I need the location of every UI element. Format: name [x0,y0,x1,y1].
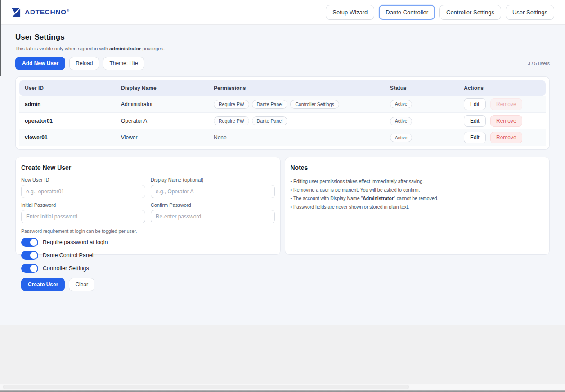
table-row-viewer01: viewer01 Viewer None Active Edit Remove [19,129,546,146]
toggle-knob [30,239,37,246]
remove-user-button[interactable]: Remove [490,115,522,127]
toggle-switch-on[interactable] [21,251,38,260]
clear-form-button[interactable]: Clear [69,278,94,291]
brand-logo: ADTECHNO® [11,7,69,18]
status-cell: Active [385,134,458,142]
confirm-password-field-group: Confirm Password [151,202,275,223]
adtechno-logo-icon [11,7,21,18]
initial-password-field-group: Initial Password [21,202,145,223]
permission-badge: Require PW [214,116,249,125]
edit-user-button[interactable]: Edit [464,115,486,127]
toggle-knob [30,252,37,259]
page-title: User Settings [15,33,550,42]
add-new-user-button[interactable]: Add New User [15,57,65,70]
permissions-cell: Require PW Dante Panel [208,116,385,125]
users-table-header: User ID Display Name Permissions Status … [19,80,546,96]
remove-user-button[interactable]: Remove [490,132,522,143]
user-count-label: 3 / 5 users [528,61,550,66]
display-name-field-group: Display Name (optional) [151,177,275,198]
toggle-label: Dante Control Panel [43,252,94,258]
status-badge: Active [390,117,412,125]
note-item: • Password fields are never shown or sto… [291,203,544,211]
status-cell: Active [385,100,458,108]
top-header: ADTECHNO® Setup Wizard Dante Controller … [0,0,565,25]
note-item: • Editing user permissions takes effect … [291,177,544,186]
table-row-operator01: operator01 Operator A Require PW Dante P… [19,112,546,129]
toggle-switch-on[interactable] [21,238,38,247]
display-name-label: Display Name (optional) [151,177,275,183]
permission-badge: Require PW [214,100,249,109]
scrollbar-thumb[interactable] [3,385,409,389]
actions-cell: Edit Remove [458,98,546,110]
registered-mark: ® [67,9,70,12]
brand-name: ADTECHNO® [25,8,69,16]
permission-badge: Dante Panel [252,116,288,125]
display-name-cell: Operator A [116,118,208,124]
user-id-cell: viewer01 [19,134,116,141]
note-text: • Removing a user is permanent. You will… [291,187,420,192]
remove-user-button: Remove [490,98,522,110]
note-item: • Removing a user is permanent. You will… [291,186,544,194]
col-header-status: Status [385,85,458,91]
create-user-actions: Create User Clear [21,278,275,291]
permissions-cell: Require PW Dante Panel Controller Settin… [208,100,385,109]
confirm-password-label: Confirm Password [151,202,275,208]
confirm-password-input[interactable] [151,210,275,223]
col-header-user-id: User ID [19,85,116,91]
note-bold: Administrator [363,196,394,201]
subtitle-text: This tab is visible only when signed in … [15,46,109,51]
user-id-cell: admin [19,101,116,107]
toggle-label: Require password at login [43,239,108,245]
new-user-id-field-group: New User ID [21,177,145,198]
actions-cell: Edit Remove [458,115,546,127]
edit-user-button[interactable]: Edit [464,98,486,110]
table-row-admin: admin Administrator Require PW Dante Pan… [19,96,546,112]
status-badge: Active [390,134,412,142]
new-user-id-input[interactable] [21,185,145,198]
col-header-permissions: Permissions [208,85,385,91]
users-table: User ID Display Name Permissions Status … [15,76,550,150]
initial-password-input[interactable] [21,210,145,223]
subtitle-bold: administrator [109,46,141,51]
note-text: • Password fields are never shown or sto… [291,204,409,209]
lower-panels: Create New User New User ID Display Name… [15,157,550,255]
page-subtitle: This tab is visible only when signed in … [15,46,550,51]
user-id-cell: operator01 [19,118,116,124]
toggle-label: Controller Settings [43,265,89,272]
actions-cell: Edit Remove [458,132,546,143]
toolbar: Add New User Reload Theme: Lite 3 / 5 us… [15,57,550,70]
notes-list: • Editing user permissions takes effect … [291,177,544,211]
col-header-actions: Actions [458,85,546,91]
main-content: User Settings This tab is visible only w… [0,25,565,325]
nav-tab-dante-controller[interactable]: Dante Controller [379,5,435,20]
note-text: " cannot be removed. [394,196,438,201]
toggle-require-password[interactable]: Require password at login [21,238,275,247]
toggle-controller-settings[interactable]: Controller Settings [21,264,275,273]
subtitle-text-2: privileges. [141,46,165,51]
note-text: • The account with Display Name " [291,196,363,201]
reload-button[interactable]: Reload [69,57,99,70]
nav-tab-setup-wizard[interactable]: Setup Wizard [326,5,374,20]
toggle-switch-on[interactable] [21,264,38,273]
notes-panel: Notes • Editing user permissions takes e… [285,157,550,255]
new-user-id-label: New User ID [21,177,145,183]
notes-title: Notes [291,164,544,171]
display-name-cell: Administrator [116,101,208,107]
toggle-dante-control-panel[interactable]: Dante Control Panel [21,251,275,260]
create-user-title: Create New User [21,164,275,171]
nav-tab-controller-settings[interactable]: Controller Settings [439,5,501,20]
theme-toggle-button[interactable]: Theme: Lite [103,57,144,70]
nav-tab-user-settings[interactable]: User Settings [506,5,554,20]
horizontal-scrollbar [0,384,565,392]
create-user-form: New User ID Display Name (optional) Init… [21,177,275,223]
window-bottom-edge [0,390,565,392]
password-toggle-hint: Password requirement at login can be tog… [21,228,275,234]
toggle-knob [30,265,37,272]
create-user-button[interactable]: Create User [21,278,65,291]
window-left-edge [0,0,1,76]
note-item: • The account with Display Name "Adminis… [291,194,544,203]
display-name-input[interactable] [151,185,275,198]
permissions-cell: None [208,134,385,141]
edit-user-button[interactable]: Edit [464,132,486,143]
note-text: • Editing user permissions takes effect … [291,178,424,184]
